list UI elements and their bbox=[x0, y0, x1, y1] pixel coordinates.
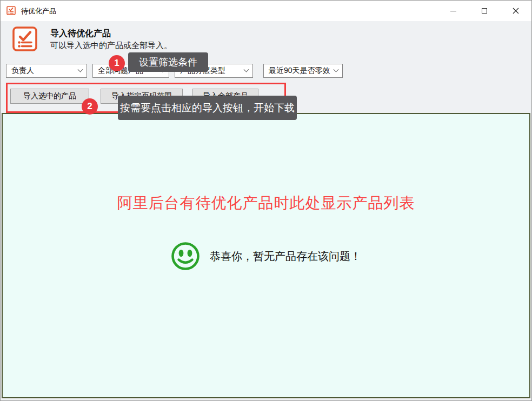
close-button[interactable] bbox=[500, 1, 531, 21]
filter-zero-effect-dropdown[interactable]: 最近90天是否零效 bbox=[263, 64, 343, 78]
import-selected-button[interactable]: 导入选中的产品 bbox=[10, 89, 89, 104]
app-window: 待优化产品 导入待优化产品 可以导入选中的产品或全部导入。 负责 bbox=[0, 0, 532, 401]
maximize-button[interactable] bbox=[469, 1, 500, 21]
chevron-down-icon bbox=[244, 66, 249, 72]
minimize-button[interactable] bbox=[437, 1, 469, 21]
empty-state: 恭喜你，暂无产品存在该问题！ bbox=[3, 242, 529, 271]
close-icon bbox=[513, 8, 519, 14]
filter-owner-label: 负责人 bbox=[11, 66, 34, 76]
smiley-icon bbox=[171, 242, 200, 271]
step-1-tooltip: 设置筛选条件 bbox=[128, 52, 208, 72]
window-title: 待优化产品 bbox=[21, 6, 56, 16]
page-subtitle: 可以导入选中的产品或全部导入。 bbox=[50, 41, 172, 51]
page-title: 导入待优化产品 bbox=[50, 28, 111, 39]
titlebar: 待优化产品 bbox=[1, 1, 531, 21]
placeholder-note: 阿里后台有待优化产品时此处显示产品列表 bbox=[3, 193, 529, 213]
import-checklist-icon bbox=[12, 26, 37, 51]
step-1-badge: 1 bbox=[109, 55, 125, 71]
chevron-down-icon bbox=[334, 66, 339, 72]
minimize-icon bbox=[450, 11, 456, 11]
filter-zero-effect-label: 最近90天是否零效 bbox=[269, 66, 330, 76]
step-2-tooltip: 按需要点击相应的导入按钮，开始下载 bbox=[118, 96, 297, 120]
filter-owner-dropdown[interactable]: 负责人 bbox=[6, 64, 87, 78]
product-list-area: 阿里后台有待优化产品时此处显示产品列表 恭喜你，暂无产品存在该问题！ bbox=[2, 113, 530, 398]
step-2-badge: 2 bbox=[82, 98, 98, 115]
chevron-down-icon bbox=[78, 66, 83, 72]
window-controls bbox=[437, 1, 531, 21]
maximize-icon bbox=[482, 8, 487, 14]
checklist-icon bbox=[6, 6, 16, 15]
empty-message: 恭喜你，暂无产品存在该问题！ bbox=[210, 249, 361, 264]
